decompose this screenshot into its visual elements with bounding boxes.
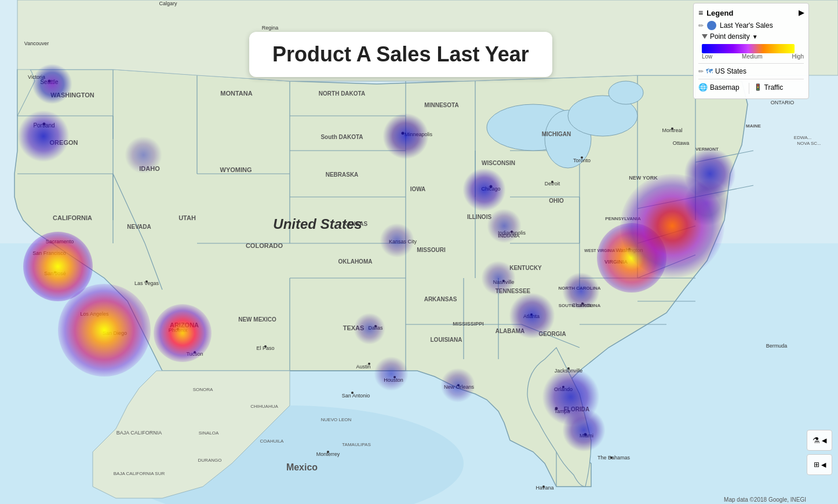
svg-text:LOUISIANA: LOUISIANA bbox=[431, 337, 462, 343]
legend-density-section: Point density ▼ Low Medium High bbox=[702, 32, 804, 60]
density-medium: Medium bbox=[742, 53, 763, 60]
svg-point-169 bbox=[671, 127, 673, 130]
bottom-right-controls: ⚗ ◀ ⊞ ◀ bbox=[807, 430, 832, 475]
svg-point-149 bbox=[177, 328, 179, 330]
basemap-label: Basemap bbox=[710, 83, 739, 92]
svg-point-156 bbox=[502, 280, 505, 282]
legend-dropdown-icon[interactable]: ▼ bbox=[752, 34, 758, 40]
svg-text:COLORADO: COLORADO bbox=[246, 242, 283, 249]
legend-edit-icon: ✏ bbox=[698, 68, 704, 75]
svg-text:ALABAMA: ALABAMA bbox=[495, 328, 525, 334]
filter-icon: ⚗ bbox=[813, 436, 820, 445]
map-attribution: Map data ©2018 Google, INEGI bbox=[724, 496, 806, 503]
svg-point-154 bbox=[581, 156, 583, 159]
svg-text:KENTUCKY: KENTUCKY bbox=[509, 265, 542, 271]
svg-point-159 bbox=[394, 376, 396, 378]
svg-text:Havana: Havana bbox=[535, 485, 553, 491]
svg-text:TEXAS: TEXAS bbox=[343, 324, 365, 331]
svg-point-49 bbox=[609, 81, 643, 104]
legend-header: ≡ Legend ▶ bbox=[698, 8, 804, 17]
svg-text:Mexico: Mexico bbox=[286, 462, 318, 472]
svg-text:MICHIGAN: MICHIGAN bbox=[542, 131, 571, 137]
legend-expand-icon bbox=[702, 34, 708, 39]
svg-point-167 bbox=[555, 407, 558, 410]
svg-text:IDAHO: IDAHO bbox=[139, 165, 160, 172]
legend-traffic-btn[interactable]: 🚦 Traffic bbox=[754, 83, 804, 92]
svg-point-145 bbox=[48, 80, 51, 83]
svg-text:NEW MEXICO: NEW MEXICO bbox=[238, 316, 276, 323]
svg-text:WEST VIRGINIA: WEST VIRGINIA bbox=[584, 249, 615, 253]
svg-text:COAHUILA: COAHUILA bbox=[260, 439, 285, 444]
globe-icon: 🌐 bbox=[698, 83, 708, 92]
svg-text:VERMONT: VERMONT bbox=[695, 147, 719, 152]
svg-text:NORTH CAROLINA: NORTH CAROLINA bbox=[559, 286, 601, 291]
svg-point-166 bbox=[562, 386, 564, 388]
svg-text:Bermuda: Bermuda bbox=[766, 343, 788, 349]
collapse-icon2: ◀ bbox=[821, 461, 826, 469]
svg-point-146 bbox=[43, 123, 46, 126]
svg-text:The Bahamas: The Bahamas bbox=[597, 455, 631, 461]
svg-point-152 bbox=[490, 185, 493, 188]
map-title: Product A Sales Last Year bbox=[272, 42, 529, 66]
svg-text:OREGON: OREGON bbox=[50, 139, 78, 146]
svg-text:Vancouver: Vancouver bbox=[24, 41, 49, 46]
svg-point-151 bbox=[402, 132, 405, 135]
svg-point-161 bbox=[457, 384, 460, 386]
traffic-label: Traffic bbox=[764, 83, 784, 92]
svg-point-164 bbox=[628, 248, 631, 250]
svg-point-170 bbox=[610, 456, 613, 459]
svg-text:DURANGO: DURANGO bbox=[198, 458, 222, 463]
svg-point-160 bbox=[351, 392, 354, 394]
legend-layer-row: ✏ Last Year's Sales bbox=[698, 21, 804, 30]
svg-point-171 bbox=[542, 485, 545, 488]
density-low: Low bbox=[702, 53, 712, 60]
svg-point-162 bbox=[530, 313, 533, 316]
svg-point-168 bbox=[584, 433, 587, 436]
svg-point-153 bbox=[551, 181, 553, 183]
svg-text:Victoria: Victoria bbox=[28, 74, 45, 80]
legend-lines-icon: ≡ bbox=[698, 8, 703, 17]
legend-divider bbox=[698, 63, 804, 64]
svg-text:NOVA SC...: NOVA SC... bbox=[797, 141, 821, 146]
legend-density-label: Point density bbox=[710, 32, 750, 41]
svg-text:PENNSYLVANIA: PENNSYLVANIA bbox=[605, 216, 641, 221]
legend-title: Legend bbox=[706, 9, 733, 17]
svg-text:NEW YORK: NEW YORK bbox=[629, 175, 658, 181]
legend-density-row: Point density ▼ bbox=[702, 32, 804, 41]
traffic-icon: 🚦 bbox=[754, 83, 762, 91]
svg-text:BAJA CALIFORNIA: BAJA CALIFORNIA bbox=[116, 430, 162, 436]
svg-text:San Diego: San Diego bbox=[103, 330, 127, 336]
svg-text:Houston: Houston bbox=[384, 377, 403, 383]
legend-us-states-label: US States bbox=[715, 67, 746, 75]
svg-point-157 bbox=[374, 325, 377, 327]
svg-text:United States: United States bbox=[273, 216, 362, 232]
svg-text:Calgary: Calgary bbox=[159, 1, 177, 6]
svg-point-150 bbox=[194, 351, 196, 353]
svg-text:GEORGIA: GEORGIA bbox=[538, 331, 566, 337]
svg-text:SINALOA: SINALOA bbox=[199, 430, 219, 436]
svg-text:South DAKOTA: South DAKOTA bbox=[320, 134, 363, 140]
legend-collapse-icon[interactable]: ▶ bbox=[799, 9, 804, 17]
filter-button[interactable]: ⚗ ◀ bbox=[807, 430, 832, 451]
svg-text:IOWA: IOWA bbox=[410, 186, 426, 192]
svg-point-172 bbox=[327, 451, 329, 453]
svg-text:VIRGINIA: VIRGINIA bbox=[604, 259, 628, 265]
svg-text:TAMAULIPAS: TAMAULIPAS bbox=[342, 442, 371, 447]
svg-point-173 bbox=[264, 345, 267, 348]
map-container: WASHINGTON OREGON CALIFORNIA NEVADA IDAH… bbox=[0, 0, 838, 504]
svg-text:BAJA CALIFORNIA SUR: BAJA CALIFORNIA SUR bbox=[114, 471, 165, 476]
svg-text:Regina: Regina bbox=[262, 25, 279, 31]
svg-point-148 bbox=[145, 280, 148, 283]
grid-button[interactable]: ⊞ ◀ bbox=[807, 454, 832, 475]
legend-map-icon: 🗺 bbox=[706, 67, 713, 75]
svg-point-158 bbox=[368, 363, 370, 365]
legend-circle bbox=[707, 21, 716, 30]
svg-text:WISCONSIN: WISCONSIN bbox=[482, 160, 515, 166]
svg-text:MISSOURI: MISSOURI bbox=[417, 247, 446, 253]
legend-basemap-btn[interactable]: 🌐 Basemap bbox=[698, 83, 749, 92]
svg-text:WASHINGTON: WASHINGTON bbox=[50, 92, 94, 98]
svg-text:CALIFORNIA: CALIFORNIA bbox=[53, 214, 92, 221]
legend-us-states-row: ✏ 🗺 US States bbox=[698, 67, 804, 75]
grid-icon: ⊞ bbox=[814, 461, 819, 469]
svg-text:OHIO: OHIO bbox=[549, 198, 564, 204]
